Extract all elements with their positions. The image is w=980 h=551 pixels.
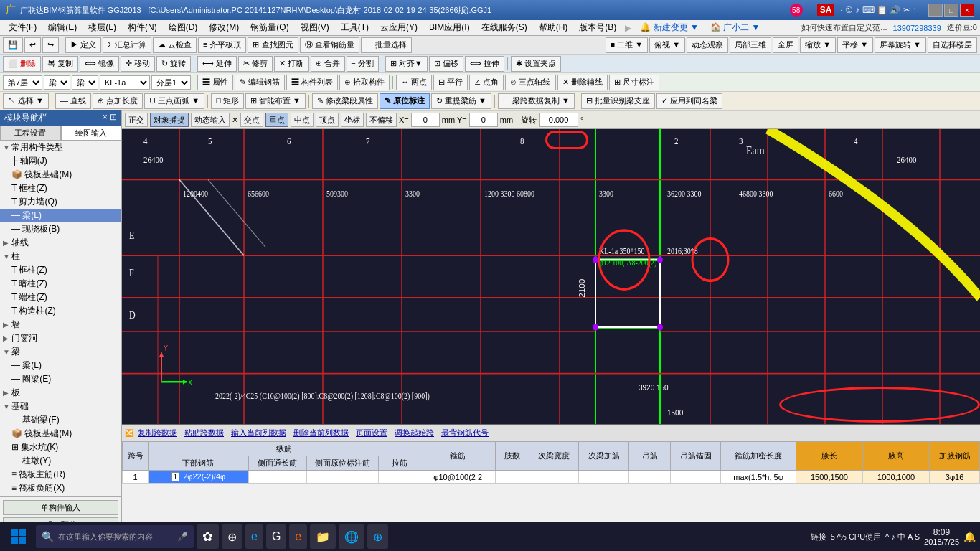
tb-smart-layout[interactable]: ⊞ 智能布置 ▼ [245, 93, 306, 109]
tb-three-arc[interactable]: ∪ 三点画弧 ▼ [144, 93, 204, 109]
layer-select[interactable]: 第7层 [3, 75, 42, 90]
snap-no-offset[interactable]: 不偏移 [366, 113, 397, 127]
tb-property[interactable]: ☰ 属性 [197, 75, 233, 90]
menu-help[interactable]: 帮助(H) [533, 20, 574, 35]
tb-define[interactable]: ▶ 定义 [65, 37, 101, 53]
tree-item-beam[interactable]: — 梁(L) [0, 209, 121, 222]
tb-calc[interactable]: Σ 汇总计算 [103, 37, 151, 53]
tb-two-point[interactable]: ↔ 两点 [396, 75, 432, 90]
tb-redo[interactable]: ↪ [42, 37, 59, 53]
tree-item-found-pit[interactable]: ⊞ 集水坑(K) [0, 441, 121, 454]
tree-group-col[interactable]: ▼柱 [0, 250, 121, 263]
taskbar-item-app[interactable]: ⊕ [367, 524, 388, 549]
taskbar-item-network[interactable]: ⊕ [222, 524, 242, 549]
tree-item-mat-found[interactable]: 📦 筏板基础(M) [0, 168, 121, 182]
tb-rect[interactable]: □ 矩形 [211, 93, 244, 109]
tb-three-point-axis[interactable]: ⊙ 三点轴线 [505, 75, 555, 90]
tb-view-rebar[interactable]: ⑨ 查看钢筋量 [300, 37, 359, 53]
menu-draw[interactable]: 绘图(D) [163, 20, 204, 35]
tree-item-mat-neg-rebar[interactable]: ≡ 筏板负筋(X) [0, 481, 121, 495]
tb-mirror[interactable]: ⟺ 镜像 [80, 56, 119, 72]
taskbar-item-folder[interactable]: 📁 [310, 524, 336, 549]
cell-tie[interactable] [379, 471, 420, 484]
cell-side-origin[interactable] [307, 471, 379, 484]
tree-item-col-end[interactable]: T 端柱(Z) [0, 291, 121, 304]
cell-leg[interactable] [496, 471, 529, 484]
tree-group-axis[interactable]: ▶轴线 [0, 236, 121, 250]
element-type-select[interactable]: 梁 [44, 75, 70, 90]
tree-item-ring-beam[interactable]: — 圈梁(E) [0, 372, 121, 386]
table-copy-span[interactable]: 复制跨数据 [135, 428, 180, 438]
tb-edit-rebar[interactable]: ✎ 编辑钢筋 [235, 75, 285, 90]
tree-item-cast-slab[interactable]: — 现浇板(B) [0, 222, 121, 236]
tb-find[interactable]: ⊞ 查找图元 [248, 37, 298, 53]
tb-re-extract[interactable]: ↻ 重提梁筋 ▼ [431, 93, 491, 109]
tb-delete[interactable]: ⬜ 删除 [3, 56, 41, 72]
menu-bim[interactable]: BIM应用(I) [423, 20, 476, 35]
x-input[interactable] [411, 113, 440, 127]
tb-origin-label[interactable]: ✎ 原位标注 [380, 93, 430, 109]
snap-endpoint[interactable]: 重点 [265, 113, 288, 127]
tb-local-3d[interactable]: 局部三维 [730, 37, 771, 53]
tb-fullscreen[interactable]: 全屏 [773, 37, 798, 53]
tree-group-door-window[interactable]: ▶门窗洞 [0, 331, 121, 345]
menu-layer[interactable]: 楼层(L) [83, 20, 122, 35]
menu-modify[interactable]: 修改(M) [203, 20, 245, 35]
tb-split[interactable]: ÷ 分割 [347, 56, 379, 72]
tb-dim[interactable]: ⊞ 尺寸标注 [609, 75, 659, 90]
tab-project-settings[interactable]: 工程设置 [0, 126, 61, 141]
single-element-input-button[interactable]: 单构件输入 [3, 500, 118, 515]
taskbar-item-browser[interactable]: e [289, 524, 307, 549]
start-button[interactable] [4, 524, 33, 550]
tb-merge[interactable]: ⊕ 合并 [311, 56, 345, 72]
tb-stretch[interactable]: ⟺ 拉伸 [465, 56, 504, 72]
menu-cloud[interactable]: 云应用(Y) [374, 20, 423, 35]
menu-version[interactable]: 版本号(B) [573, 20, 622, 35]
tb-point-angle[interactable]: ∠ 点角 [469, 75, 504, 90]
cell-sub-beam-w[interactable] [529, 471, 579, 484]
tb-select-floor[interactable]: 自选择楼层 [928, 37, 977, 53]
cell-side-through[interactable] [248, 471, 306, 484]
tb-dynamic[interactable]: 动态观察 [687, 37, 728, 53]
rotate-input[interactable] [539, 113, 578, 127]
tb-rotate-tool[interactable]: ↻ 旋转 [156, 56, 191, 72]
table-delete-col[interactable]: 删除当前列数据 [291, 428, 352, 438]
tree-item-frame-col[interactable]: T 框柱(Z) [0, 182, 121, 195]
menu-rebar-qty[interactable]: 钢筋量(Q) [245, 20, 294, 35]
snap-midpoint[interactable]: 中点 [291, 113, 314, 127]
tree-item-found-col-base[interactable]: — 柱墩(Y) [0, 454, 121, 468]
table-paste-span[interactable]: 粘贴跨数据 [182, 428, 227, 438]
tree-item-beam2[interactable]: — 梁(L) [0, 359, 121, 372]
tb-undo[interactable]: ↩ [24, 37, 41, 53]
menu-edit[interactable]: 编辑(E) [42, 20, 83, 35]
close-button[interactable]: × [960, 4, 974, 17]
taskbar-item-settings[interactable]: G [266, 524, 286, 549]
left-panel-close[interactable]: × ⊡ [103, 112, 117, 124]
tb-select-tool[interactable]: ↖ 选择 ▼ [3, 93, 49, 109]
layer-num-select[interactable]: 分层1 [151, 75, 191, 90]
tb-point-add-len[interactable]: ⊕ 点加长度 [93, 93, 143, 109]
menu-online[interactable]: 在线服务(S) [476, 20, 533, 35]
tab-drawing-input[interactable]: 绘图输入 [61, 126, 122, 141]
taskbar-item-flower[interactable]: ✿ [197, 524, 219, 549]
tree-group-beam[interactable]: ▼梁 [0, 345, 121, 359]
tb-pan[interactable]: 平移 ▼ [837, 37, 873, 53]
cell-haunch-len[interactable]: 1500;1500 [796, 471, 862, 484]
element-subtype-select[interactable]: 梁 [72, 75, 98, 90]
snap-toppoint[interactable]: 顶点 [316, 113, 339, 127]
menu-view[interactable]: 视图(V) [295, 20, 335, 35]
tb-set-fixture[interactable]: ✱ 设置夹点 [511, 56, 561, 72]
table-input-col[interactable]: 输入当前列数据 [228, 428, 289, 438]
tb-extend[interactable]: ⟷ 延伸 [197, 56, 237, 72]
tree-group-wall[interactable]: ▶墙 [0, 318, 121, 331]
element-name-select[interactable]: KL-1a [100, 75, 150, 90]
tb-cloud-check[interactable]: ☁ 云检查 [153, 37, 197, 53]
tree-item-shear-wall[interactable]: T 剪力墙(Q) [0, 195, 121, 209]
cell-hanger[interactable] [629, 471, 671, 484]
tb-copy-span-data[interactable]: ☐ 梁跨数据复制 ▼ [498, 93, 575, 109]
tb-save[interactable]: 💾 [3, 37, 23, 53]
tb-element-list[interactable]: ☰ 构件列表 [286, 75, 338, 90]
tb-rotate[interactable]: 屏幕旋转 ▼ [875, 37, 926, 53]
tree-item-col-frame[interactable]: T 框柱(Z) [0, 263, 121, 277]
maximize-button[interactable]: □ [944, 4, 958, 17]
